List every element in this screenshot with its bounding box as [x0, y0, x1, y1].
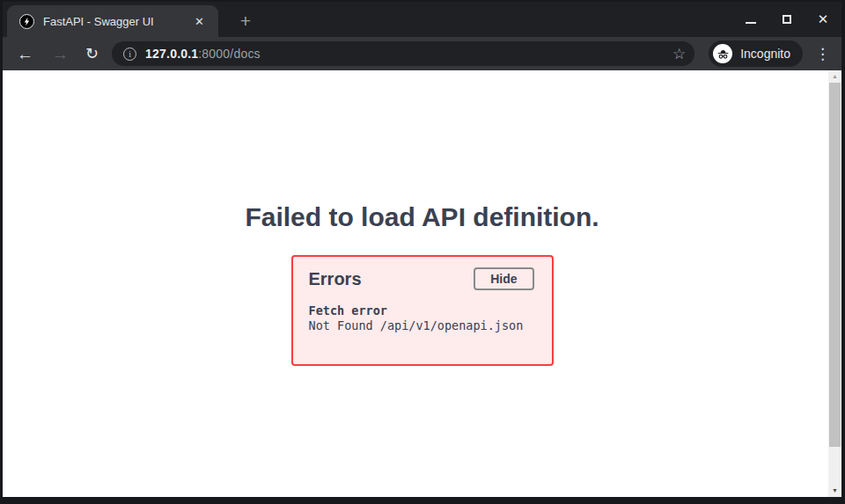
minimize-button[interactable]	[745, 13, 757, 26]
window-controls: ✕	[745, 2, 829, 37]
scroll-up-icon[interactable]: ▲	[828, 70, 841, 82]
scrollbar-thumb[interactable]	[829, 83, 841, 447]
url-host: 127.0.0.1	[145, 47, 198, 61]
hide-errors-button[interactable]: Hide	[474, 267, 533, 290]
tab-title: FastAPI - Swagger UI	[43, 15, 191, 28]
page-viewport: Failed to load API definition. Errors Hi…	[3, 70, 841, 497]
maximize-icon	[783, 15, 791, 24]
incognito-label: Incognito	[740, 47, 790, 61]
tab-strip: FastAPI - Swagger UI ✕ + ✕	[3, 2, 841, 37]
back-button[interactable]: ←	[17, 46, 33, 62]
close-icon: ✕	[818, 13, 829, 26]
browser-toolbar: ← → ↻ i 127.0.0.1:8000/docs ☆ Incognito …	[3, 37, 841, 70]
fastapi-favicon-icon	[19, 14, 34, 29]
address-bar[interactable]: i 127.0.0.1:8000/docs ☆	[112, 41, 694, 66]
scroll-down-icon[interactable]: ▼	[828, 485, 841, 496]
swagger-error-page: Failed to load API definition. Errors Hi…	[3, 70, 841, 497]
errors-title: Errors	[309, 269, 362, 289]
bookmark-star-icon[interactable]: ☆	[672, 45, 686, 63]
forward-button[interactable]: →	[52, 46, 69, 62]
incognito-icon	[713, 44, 732, 63]
maximize-button[interactable]	[781, 13, 793, 26]
tab-close-icon[interactable]: ✕	[191, 13, 208, 30]
incognito-badge: Incognito	[709, 40, 803, 67]
url-text[interactable]: 127.0.0.1:8000/docs	[145, 47, 665, 61]
page-title: Failed to load API definition.	[3, 202, 841, 232]
vertical-scrollbar[interactable]: ▲ ▼	[828, 70, 841, 497]
errors-header: Errors Hide	[309, 267, 534, 290]
close-window-button[interactable]: ✕	[817, 13, 829, 26]
browser-tab[interactable]: FastAPI - Swagger UI ✕	[7, 5, 218, 37]
error-item-title: Fetch error	[309, 303, 534, 318]
error-item: Fetch error Not Found /api/v1/openapi.js…	[309, 303, 534, 332]
url-path: :8000/docs	[198, 47, 261, 61]
browser-menu-icon[interactable]: ⋮	[815, 45, 830, 63]
minimize-icon	[746, 22, 756, 24]
errors-panel: Errors Hide Fetch error Not Found /api/v…	[291, 255, 554, 366]
browser-window: FastAPI - Swagger UI ✕ + ✕ ← → ↻ i 127.0…	[0, 0, 845, 504]
new-tab-button[interactable]: +	[233, 9, 258, 33]
error-item-message: Not Found /api/v1/openapi.json	[309, 318, 534, 333]
reload-button[interactable]: ↻	[85, 46, 99, 62]
site-info-icon[interactable]: i	[123, 47, 136, 61]
